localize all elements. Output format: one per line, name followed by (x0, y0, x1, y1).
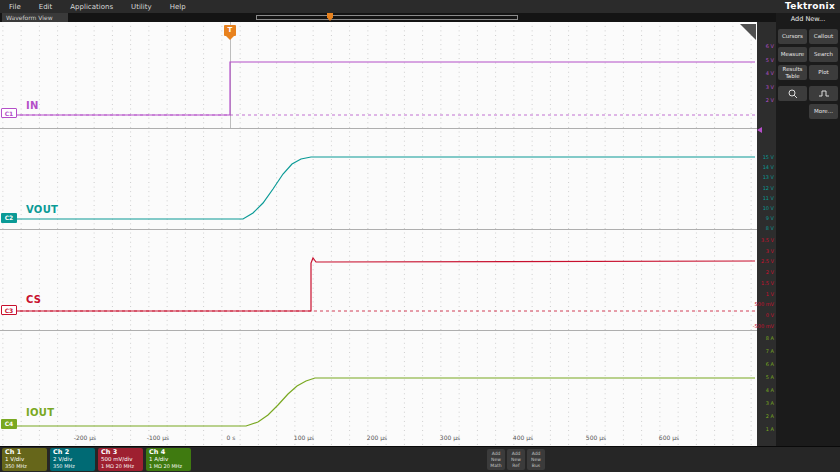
waveform-canvas (0, 22, 757, 446)
axis-label-c2: 9 V (766, 215, 774, 221)
channel-badge-title: Ch 2 (53, 449, 92, 456)
trigger-flag-icon[interactable]: T (224, 25, 236, 36)
tab-waveform-view[interactable]: Waveform View (2, 13, 68, 22)
axis-label-c3: 0 V (766, 312, 774, 318)
channel-label-vout: VOUT (26, 204, 58, 215)
axis-label-c2: 14 V (763, 164, 774, 170)
x-axis-label: 0 s (227, 434, 236, 441)
x-axis-label: -200 µs (74, 434, 96, 441)
channel-badge-bandwidth: 1 MΩ 20 MHz (101, 463, 140, 470)
axis-label-c4: 1 A (766, 426, 774, 432)
axis-label-c1: 5 V (766, 57, 774, 63)
channel-badge-scale: 500 mV/div (101, 456, 140, 463)
axis-label-c4: 8 A (766, 335, 774, 341)
axis-label-c2: 15 V (763, 154, 774, 160)
sidebar-button-grid-2: More... (776, 86, 840, 119)
trace-iout (8, 378, 755, 426)
add-new-bus-button[interactable]: AddNewBus (527, 449, 545, 470)
axis-label-c3: 1.5 V (761, 280, 774, 286)
x-axis-label: 100 µs (294, 434, 314, 441)
add-new-button-line: Ref (507, 463, 525, 469)
axis-label-c2: 10 V (763, 205, 774, 211)
measure-button[interactable]: Measure (778, 47, 807, 62)
more-button[interactable]: More... (809, 104, 838, 119)
axis-label-c4: 6 A (766, 361, 774, 367)
channel-badge-bandwidth: 350 MHz (53, 463, 92, 470)
axis-label-c4: 7 A (766, 348, 774, 354)
channel-badge-ch1[interactable]: Ch 11 V/div350 MHz (2, 448, 47, 471)
add-new-button-line: Bus (527, 463, 545, 469)
trace-vout (8, 157, 755, 219)
trace-in (8, 62, 755, 115)
axis-label-c3: 2.5 V (761, 258, 774, 264)
c1-level-arrow-icon (757, 127, 762, 133)
axis-label-c1: 2 V (766, 97, 774, 103)
menu-bar: FileEditApplicationsUtilityHelp (0, 0, 840, 13)
channel-label-in: IN (26, 100, 39, 111)
menu-item-applications[interactable]: Applications (61, 3, 122, 11)
channel-badge-ch2[interactable]: Ch 22 V/div350 MHz (50, 448, 95, 471)
menu-item-utility[interactable]: Utility (122, 3, 161, 11)
waveform-plot[interactable]: T INC1VOUTC2CSC3IOUTC4-200 µs-100 µs0 s1… (0, 22, 757, 447)
waveform-tools-icon-button[interactable] (809, 86, 838, 101)
axis-label-c4: 5 A (766, 374, 774, 380)
axis-label-c1: 6 V (766, 43, 774, 49)
zoom-icon-button[interactable] (778, 86, 807, 101)
axis-label-c3: -500 mV (753, 323, 774, 329)
channel-badge-bandwidth: 350 MHz (5, 463, 44, 470)
x-axis-label: 200 µs (367, 434, 387, 441)
channel-badge-title: Ch 1 (5, 449, 44, 456)
channel-badge-bandwidth: 1 MΩ 20 MHz (149, 463, 188, 470)
axis-label-c4: 2 A (766, 413, 774, 419)
tektronix-logo: Tektronix (785, 1, 835, 11)
channel-badge-scale: 1 V/div (5, 456, 44, 463)
trace-cs (8, 258, 755, 311)
record-overview-bar[interactable] (256, 15, 518, 20)
channel-handle-c3[interactable]: C3 (1, 305, 17, 315)
sidebar: Add New... CursorsCalloutMeasureSearchRe… (776, 13, 840, 446)
channel-handle-c2[interactable]: C2 (1, 213, 17, 223)
channel-label-cs: CS (26, 294, 41, 305)
menu-item-file[interactable]: File (0, 3, 30, 11)
channel-badge-title: Ch 3 (101, 449, 140, 456)
menu-item-edit[interactable]: Edit (30, 3, 62, 11)
sidebar-button-grid: CursorsCalloutMeasureSearchResults Table… (776, 29, 840, 80)
add-new-ref-button[interactable]: AddNewRef (507, 449, 525, 470)
add-new-math-button[interactable]: AddNewMath (487, 449, 505, 470)
search-button[interactable]: Search (809, 47, 838, 62)
cursors-button[interactable]: Cursors (778, 29, 807, 44)
results-table-button[interactable]: Results Table (778, 65, 807, 80)
axis-label-c4: 3 A (766, 400, 774, 406)
channel-badge-ch4[interactable]: Ch 41 A/div1 MΩ 20 MHz (146, 448, 191, 471)
expansion-corner-icon (740, 24, 756, 40)
x-axis-label: 400 µs (513, 434, 533, 441)
axis-label-c3: 500 mV (755, 301, 774, 307)
x-axis-label: 600 µs (659, 434, 679, 441)
waveform-icon (818, 89, 830, 99)
channel-badge-title: Ch 4 (149, 449, 188, 456)
axis-label-c2: 8 V (766, 225, 774, 231)
x-axis-label: 300 µs (440, 434, 460, 441)
add-new-label: Add New... (776, 15, 840, 23)
axis-label-c2: 13 V (763, 174, 774, 180)
bottom-bar: Ch 11 V/div350 MHzCh 22 V/div350 MHzCh 3… (0, 446, 840, 472)
callout-button[interactable]: Callout (809, 29, 838, 44)
menu-item-help[interactable]: Help (161, 3, 195, 11)
axis-label-c3: 2 V (766, 269, 774, 275)
magnifier-icon (788, 89, 798, 99)
add-new-button-line: Math (487, 463, 505, 469)
channel-handle-c1[interactable]: C1 (1, 108, 17, 118)
axis-label-c2: 11 V (763, 195, 774, 201)
x-axis-label: -100 µs (147, 434, 169, 441)
axis-label-c2: 12 V (763, 185, 774, 191)
channel-handle-c4[interactable]: C4 (1, 419, 17, 429)
axis-label-c3: 3.5 V (761, 237, 774, 243)
channel-badge-ch3[interactable]: Ch 3500 mV/div1 MΩ 20 MHz (98, 448, 143, 471)
channel-badge-scale: 2 V/div (53, 456, 92, 463)
plot-button[interactable]: Plot (809, 65, 838, 80)
x-axis-label: 500 µs (586, 434, 606, 441)
axis-label-c3: 1 V (766, 291, 774, 297)
axis-label-c3: 3 V (766, 248, 774, 254)
channel-badge-scale: 1 A/div (149, 456, 188, 463)
channel-label-iout: IOUT (26, 407, 54, 418)
